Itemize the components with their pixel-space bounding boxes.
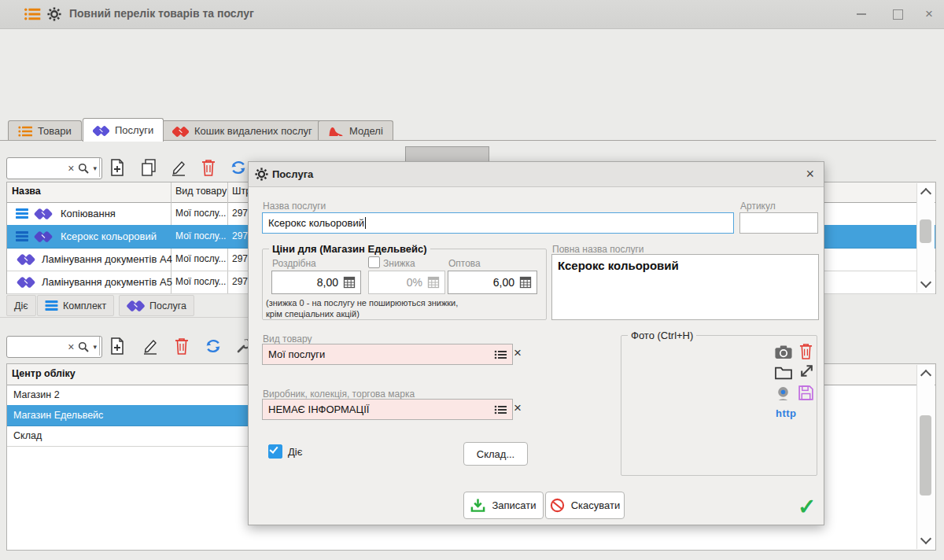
row-barcode: 297: [232, 276, 248, 287]
prices-legend: Ціни для (Магазин Едельвейс): [269, 243, 430, 255]
tab-services-label: Послуги: [115, 124, 153, 136]
retail-price-input[interactable]: 8,00: [271, 271, 361, 294]
menu-list-icon[interactable]: [24, 8, 41, 20]
cancel-button[interactable]: Скасувати: [545, 492, 625, 519]
products-search-input[interactable]: × ▾: [6, 157, 102, 179]
warehouse-button[interactable]: Склад...: [463, 442, 528, 466]
service-filter-button[interactable]: Послуга: [119, 295, 194, 316]
service-name-label: Назва послуги: [263, 201, 326, 212]
tab-services[interactable]: Послуги: [83, 118, 164, 142]
delete-center-button[interactable]: [171, 336, 192, 356]
active-filter-label: Діє: [14, 300, 28, 311]
maximize-button[interactable]: [887, 6, 908, 22]
full-name-textarea[interactable]: Ксерокс кольоровий: [551, 254, 819, 320]
products-table-scrollbar[interactable]: [916, 183, 935, 293]
tab-products-label: Товари: [38, 125, 72, 137]
save-button[interactable]: Записати: [463, 492, 544, 519]
service-name-input[interactable]: Ксерокс кольоровий: [262, 212, 734, 234]
discount-value: 0%: [407, 276, 422, 289]
active-filter-button[interactable]: Діє: [6, 295, 36, 316]
row-name: Ламінування документів А5: [42, 276, 172, 288]
center-row-selected[interactable]: Магазин Едельвейс: [7, 405, 251, 426]
settings-gear-icon[interactable]: [47, 7, 61, 21]
search-icon[interactable]: [78, 163, 89, 174]
service-handshake-icon: [127, 299, 145, 312]
scroll-down-icon[interactable]: [920, 277, 931, 288]
search-icon[interactable]: [78, 341, 89, 352]
wholesale-price-input[interactable]: 6,00: [448, 271, 537, 294]
discount-label: Знижка: [383, 258, 415, 269]
refresh-button[interactable]: [228, 157, 249, 178]
copy-item-button[interactable]: [138, 157, 159, 178]
tab-deleted-services[interactable]: Кошик видалених послуг: [162, 120, 323, 141]
search-options-caret-icon[interactable]: ▾: [93, 164, 97, 172]
edit-center-button[interactable]: [140, 336, 160, 356]
cancel-icon: [550, 498, 565, 513]
kit-filter-button[interactable]: Комплект: [37, 295, 114, 316]
col-name[interactable]: Назва: [12, 186, 41, 197]
retail-price-value: 8,00: [317, 276, 338, 289]
tab-products[interactable]: Товари: [8, 120, 82, 141]
add-center-button[interactable]: [107, 336, 127, 356]
tab-models[interactable]: Моделі: [318, 120, 393, 141]
kit-list-icon: [15, 231, 29, 241]
center-name: Склад: [13, 430, 42, 441]
row-type: Мої послу...: [175, 253, 226, 264]
dialog-close-icon[interactable]: ×: [806, 166, 814, 182]
scroll-down-icon[interactable]: [920, 533, 931, 544]
clear-search-icon[interactable]: ×: [68, 162, 74, 175]
goods-type-value: Мої послуги: [268, 348, 325, 360]
discount-input[interactable]: 0%: [368, 271, 445, 294]
save-photo-icon[interactable]: [798, 385, 814, 401]
minimize-button[interactable]: [851, 6, 872, 22]
window-title: Повний перелік товарів та послуг: [69, 7, 254, 20]
webcam-icon[interactable]: [775, 385, 791, 402]
col-center[interactable]: Центр обліку: [12, 368, 76, 379]
expand-photo-icon[interactable]: [798, 363, 815, 379]
article-input[interactable]: [739, 212, 818, 234]
goods-type-label: Вид товару: [263, 333, 312, 344]
http-photo-link[interactable]: http: [776, 407, 797, 419]
edit-item-button[interactable]: [168, 157, 189, 178]
delete-item-button[interactable]: [198, 157, 219, 178]
search-options-caret-icon[interactable]: ▾: [93, 343, 97, 351]
row-name: Ксерокс кольоровий: [61, 230, 157, 242]
active-checkbox[interactable]: [268, 444, 282, 459]
scroll-up-icon[interactable]: [920, 370, 931, 381]
centers-search-input[interactable]: × ▾: [6, 336, 102, 358]
brand-value: НЕМАЄ ІНФОРМАЦІЇ: [268, 403, 369, 415]
centers-table-scrollbar[interactable]: [916, 365, 935, 549]
row-barcode: 297: [232, 253, 248, 264]
brand-label: Виробник, колекція, торгова марка: [263, 389, 415, 400]
delete-photo-icon[interactable]: [799, 343, 813, 359]
clear-goods-type-icon[interactable]: ×: [514, 345, 522, 361]
clear-brand-icon[interactable]: ×: [514, 400, 522, 416]
col-type[interactable]: Вид товару: [175, 186, 227, 197]
select-list-icon[interactable]: [494, 405, 507, 414]
add-item-button[interactable]: [107, 157, 127, 178]
save-button-label: Записати: [492, 499, 536, 511]
scroll-up-icon[interactable]: [920, 188, 931, 199]
goods-type-input[interactable]: Мої послуги: [262, 344, 513, 365]
scroll-thumb[interactable]: [920, 415, 931, 496]
calculator-icon[interactable]: [519, 276, 532, 289]
discount-checkbox[interactable]: [368, 256, 380, 268]
center-row[interactable]: Склад: [7, 426, 251, 447]
wholesale-label: Оптова: [448, 258, 481, 269]
open-folder-icon[interactable]: [774, 365, 793, 380]
kit-filter-label: Комплект: [63, 300, 106, 311]
scroll-thumb[interactable]: [920, 219, 931, 243]
select-list-icon[interactable]: [494, 350, 507, 359]
camera-icon[interactable]: [774, 344, 793, 359]
calculator-icon[interactable]: [343, 276, 356, 289]
center-name: Магазин 2: [13, 389, 60, 400]
full-name-label: Повна назва послуги: [552, 244, 643, 255]
discount-note-line2: крім спеціальних акцій): [266, 309, 360, 319]
clear-search-icon[interactable]: ×: [68, 341, 74, 353]
refresh-centers-button[interactable]: [203, 336, 223, 356]
row-name: Копіювання: [61, 208, 116, 219]
close-button[interactable]: ×: [919, 6, 939, 22]
valid-check-icon: ✓: [798, 494, 816, 520]
brand-input[interactable]: НЕМАЄ ІНФОРМАЦІЇ: [262, 399, 513, 420]
center-row[interactable]: Магазин 2: [7, 385, 251, 406]
